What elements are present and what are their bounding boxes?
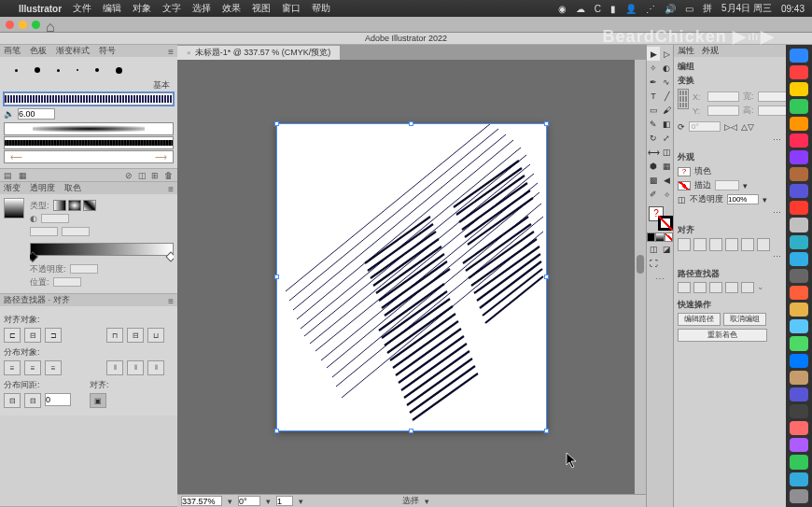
close-window-button[interactable] — [6, 21, 14, 29]
options-icon[interactable]: ◫ — [138, 171, 147, 180]
dock-app-19[interactable] — [790, 371, 808, 385]
align-top-button[interactable]: ⊓ — [106, 328, 123, 343]
menu-type[interactable]: 文字 — [162, 2, 181, 15]
dock-app-13[interactable] — [790, 269, 808, 283]
brush-size-input[interactable] — [18, 108, 55, 120]
menu-object[interactable]: 对象 — [133, 2, 151, 15]
align-left-button[interactable]: ⊏ — [4, 328, 21, 343]
dist-hspace-button[interactable]: ⊟ — [24, 393, 41, 408]
isolate-button[interactable]: 编辑路径 — [678, 313, 721, 326]
record-icon[interactable]: ◉ — [558, 4, 567, 14]
gradient-stop-left[interactable] — [30, 251, 38, 261]
selection-handle-tm[interactable] — [409, 121, 413, 126]
perspective-tool[interactable]: ▦ — [660, 159, 673, 173]
selection-tool[interactable]: ▶ — [647, 47, 660, 61]
user-icon[interactable]: 👤 — [625, 4, 637, 14]
dock-app-14[interactable] — [790, 286, 808, 300]
gradient-stop-right[interactable] — [165, 251, 174, 261]
align-more-icon[interactable]: ⋯ — [678, 251, 782, 262]
color-mode-none[interactable] — [665, 232, 673, 242]
linear-gradient-button[interactable] — [53, 200, 66, 211]
ungroup-button[interactable]: 取消编组 — [723, 313, 766, 326]
dock-app-11[interactable] — [790, 235, 808, 249]
color-tab[interactable]: 取色 — [64, 182, 81, 194]
direct-selection-tool[interactable]: ▷ — [660, 47, 673, 61]
recolor-button[interactable]: 重新着色 — [678, 329, 767, 342]
new-brush-icon[interactable]: ⊞ — [151, 171, 161, 180]
align-bottom-button[interactable]: ⊔ — [147, 328, 164, 343]
rotate-input[interactable] — [238, 496, 260, 506]
y-field[interactable] — [707, 106, 739, 116]
brush-row-noise[interactable] — [4, 136, 174, 149]
panel-menu-icon[interactable]: ≡ — [168, 47, 174, 57]
opacity-field[interactable] — [727, 194, 759, 204]
dist-left-button[interactable]: ⦀ — [106, 360, 123, 375]
gradient-aspect-field[interactable] — [30, 227, 58, 236]
menu-effect[interactable]: 效果 — [222, 2, 241, 15]
brush-preset-dots[interactable] — [4, 61, 174, 79]
selection-handle-ml[interactable] — [274, 275, 279, 279]
pen-tool[interactable]: ✒ — [647, 75, 660, 89]
screen-mode-icon[interactable]: ⛶ — [647, 256, 661, 270]
selection-bounding-box[interactable] — [276, 123, 547, 431]
color-mode-solid[interactable] — [647, 232, 655, 242]
spacing-value-input[interactable] — [45, 393, 71, 406]
dock-app-0[interactable] — [790, 49, 808, 63]
align-right-icon[interactable] — [709, 238, 722, 251]
dock-app-7[interactable] — [790, 167, 808, 181]
selection-handle-bm[interactable] — [409, 429, 413, 433]
brushes-tab[interactable]: 画笔 — [4, 45, 21, 57]
intersect-icon[interactable] — [709, 282, 722, 293]
status-select-label[interactable]: 选择 — [402, 495, 419, 507]
swatches-tab[interactable]: 色板 — [30, 45, 47, 57]
curvature-tool[interactable]: ∿ — [660, 75, 673, 89]
dock-app-2[interactable] — [790, 82, 808, 96]
gradient-tab[interactable]: 渐变 — [4, 182, 21, 194]
menu-window[interactable]: 窗口 — [282, 2, 301, 15]
align-to-selection-button[interactable]: ▣ — [90, 393, 106, 408]
align-hcenter-icon[interactable] — [693, 238, 707, 251]
menu-file[interactable]: 文件 — [73, 2, 91, 15]
remove-stroke-icon[interactable]: ⊘ — [125, 171, 134, 180]
dist-vcenter-button[interactable]: ≡ — [24, 360, 41, 375]
dist-vspace-button[interactable]: ⊟ — [4, 393, 21, 408]
dock-app-21[interactable] — [790, 404, 808, 418]
lasso-tool[interactable]: ◐ — [660, 61, 673, 75]
rotate-dropdown-icon[interactable]: ▾ — [266, 497, 271, 506]
stroke-weight-field[interactable] — [715, 180, 739, 190]
scale-tool[interactable]: ⤢ — [660, 131, 673, 145]
align-vcenter-icon[interactable] — [741, 238, 754, 251]
zoom-dropdown-icon[interactable]: ▾ — [228, 497, 232, 506]
dock-app-17[interactable] — [790, 336, 808, 350]
transparency-tab[interactable]: 透明度 — [30, 182, 55, 194]
app-name[interactable]: Illustrator — [19, 4, 62, 14]
cloud-icon[interactable]: ☁ — [576, 4, 585, 14]
eraser-tool[interactable]: ◧ — [660, 117, 673, 131]
home-icon[interactable]: ⌂ — [46, 19, 57, 30]
selection-handle-tl[interactable] — [274, 121, 279, 126]
gradient-stroke-icon[interactable]: ◐ — [30, 214, 37, 223]
dock-app-15[interactable] — [790, 303, 808, 317]
paintbrush-tool[interactable]: 🖌 — [660, 103, 673, 117]
stroke-weight-dropdown-icon[interactable]: ▾ — [743, 181, 748, 190]
flip-h-icon[interactable]: ▷◁ — [724, 122, 737, 132]
align-vcenter-button[interactable]: ⊟ — [127, 328, 144, 343]
fill-color-swatch[interactable] — [678, 167, 691, 176]
draw-behind-icon[interactable]: ◪ — [660, 242, 673, 256]
dock-app-23[interactable] — [790, 438, 808, 452]
wifi-icon[interactable]: ⋰ — [646, 4, 655, 14]
width-tool[interactable]: ⟷ — [647, 145, 660, 159]
color-mode-gradient[interactable] — [655, 232, 664, 242]
dist-bottom-button[interactable]: ≡ — [45, 360, 62, 375]
properties-tab[interactable]: 属性 — [678, 45, 694, 57]
selection-handle-mr[interactable] — [544, 275, 549, 279]
stroke-color-swatch[interactable] — [678, 181, 691, 190]
opacity-dropdown-icon[interactable]: ▾ — [763, 195, 767, 204]
gradient-tool[interactable]: ◀ — [660, 173, 673, 187]
input-lang-icon[interactable]: 拼 — [703, 2, 712, 15]
height-field[interactable] — [758, 106, 786, 116]
draw-normal-icon[interactable]: ◫ — [647, 242, 660, 256]
scrollbar-thumb[interactable] — [637, 255, 644, 274]
dock-app-1[interactable] — [790, 65, 808, 79]
document-tab[interactable]: × 未标题-1* @ 337.57 % (CMYK/预览) — [177, 46, 341, 60]
